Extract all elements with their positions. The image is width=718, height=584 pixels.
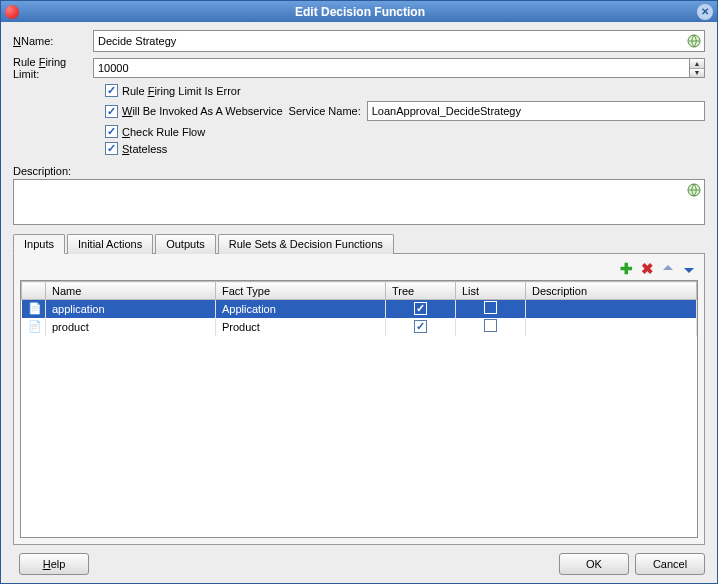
spin-up-icon[interactable]: ▲ <box>690 59 704 69</box>
globe-icon[interactable] <box>686 33 702 49</box>
ok-button[interactable]: OK <box>559 553 629 575</box>
webservice-row: Will Be Invoked As A Webservice Service … <box>105 101 705 121</box>
spin-down-icon[interactable]: ▼ <box>690 69 704 78</box>
rule-firing-spinner[interactable]: ▲▼ <box>93 58 705 78</box>
cell-desc[interactable] <box>526 300 697 318</box>
stateless-label: Stateless <box>122 143 167 155</box>
tab-initial-actions[interactable]: Initial Actions <box>67 234 153 254</box>
dialog-title: Edit Decision Function <box>23 5 697 19</box>
webservice-checkbox[interactable] <box>105 105 118 118</box>
rule-firing-row: Rule Firing Limit: ▲▼ <box>13 56 705 80</box>
app-icon <box>5 5 19 19</box>
tree-checkbox[interactable] <box>414 302 427 315</box>
stateless-checkbox[interactable] <box>105 142 118 155</box>
cancel-button[interactable]: Cancel <box>635 553 705 575</box>
col-fact-header[interactable]: Fact Type <box>216 282 386 300</box>
service-name-label: Service Name: <box>289 105 361 117</box>
help-button[interactable]: Help <box>19 553 89 575</box>
list-checkbox[interactable] <box>484 319 497 332</box>
col-tree-header[interactable]: Tree <box>386 282 456 300</box>
titlebar: Edit Decision Function ✕ <box>1 1 717 22</box>
input-icon: 📄 <box>28 320 42 334</box>
delete-icon[interactable]: ✖ <box>638 260 656 278</box>
close-icon[interactable]: ✕ <box>697 4 713 20</box>
name-label: NName: <box>13 35 93 47</box>
check-rule-flow-row: Check Rule Flow <box>105 125 705 138</box>
tab-rulesets[interactable]: Rule Sets & Decision Functions <box>218 234 394 254</box>
cell-desc[interactable] <box>526 318 697 336</box>
col-list-header[interactable]: List <box>456 282 526 300</box>
content-area: NName: Decide Strategy Rule Firing Limit… <box>1 22 717 545</box>
inputs-table: Name Fact Type Tree List Description 📄 a… <box>20 280 698 538</box>
check-rule-flow-label: Check Rule Flow <box>122 126 205 138</box>
table-toolbar: ✚ ✖ <box>20 260 698 278</box>
input-icon: 📄 <box>28 302 42 316</box>
tab-strip: Inputs Initial Actions Outputs Rule Sets… <box>13 233 705 254</box>
description-textarea[interactable] <box>13 179 705 225</box>
rule-firing-input[interactable] <box>93 58 689 78</box>
cell-name[interactable]: product <box>46 318 216 336</box>
list-checkbox[interactable] <box>484 301 497 314</box>
col-icon[interactable] <box>22 282 46 300</box>
table-row[interactable]: 📄 application Application <box>22 300 697 318</box>
name-row: NName: Decide Strategy <box>13 30 705 52</box>
tab-panel-inputs: ✚ ✖ Name Fact Type Tree List <box>13 254 705 545</box>
table-header: Name Fact Type Tree List Description <box>22 282 697 300</box>
cell-fact[interactable]: Product <box>216 318 386 336</box>
tree-checkbox[interactable] <box>414 320 427 333</box>
stateless-row: Stateless <box>105 142 705 155</box>
tab-outputs[interactable]: Outputs <box>155 234 216 254</box>
col-desc-header[interactable]: Description <box>526 282 697 300</box>
webservice-label: Will Be Invoked As A Webservice <box>122 105 283 117</box>
tab-inputs[interactable]: Inputs <box>13 234 65 254</box>
name-input[interactable]: Decide Strategy <box>93 30 705 52</box>
globe-icon[interactable] <box>686 182 702 198</box>
cell-fact[interactable]: Application <box>216 300 386 318</box>
button-bar: Help OK Cancel <box>1 545 717 583</box>
dialog-window: Edit Decision Function ✕ NName: Decide S… <box>0 0 718 584</box>
tabs: Inputs Initial Actions Outputs Rule Sets… <box>13 233 705 545</box>
rule-firing-label: Rule Firing Limit: <box>13 56 93 80</box>
up-icon[interactable] <box>659 260 677 278</box>
check-rule-flow-checkbox[interactable] <box>105 125 118 138</box>
add-icon[interactable]: ✚ <box>617 260 635 278</box>
col-name-header[interactable]: Name <box>46 282 216 300</box>
description-label: Description: <box>13 165 705 177</box>
table-row[interactable]: 📄 product Product <box>22 318 697 336</box>
rule-firing-error-label: Rule Firing Limit Is Error <box>122 85 241 97</box>
rule-firing-error-row: Rule Firing Limit Is Error <box>105 84 705 97</box>
cell-name[interactable]: application <box>46 300 216 318</box>
down-icon[interactable] <box>680 260 698 278</box>
rule-firing-error-checkbox[interactable] <box>105 84 118 97</box>
service-name-input[interactable] <box>367 101 705 121</box>
